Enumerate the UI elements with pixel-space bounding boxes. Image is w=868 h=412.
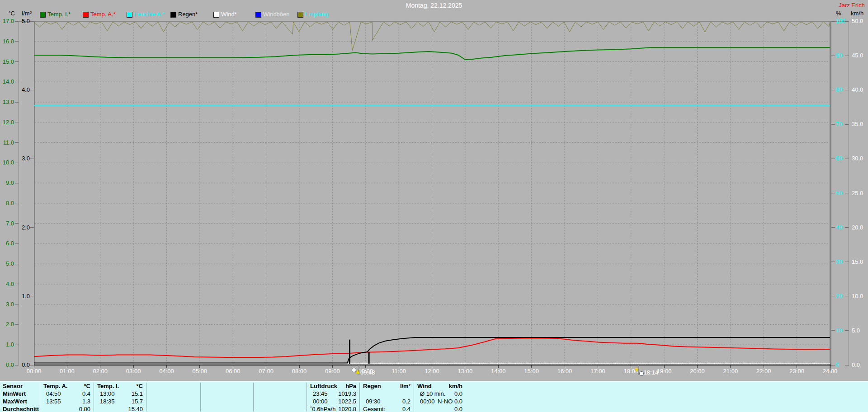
temp-axis-tick: [15, 243, 19, 244]
humidity-axis-tick: [831, 193, 835, 193]
humidity-axis-tick: [831, 90, 835, 90]
hour-label: 08:00: [288, 368, 310, 375]
wind-axis-label: 50.0: [852, 18, 863, 24]
rain-axis-label: 0.0: [17, 362, 30, 368]
hour-label: 24:00: [819, 368, 841, 375]
hour-label: 07:00: [255, 368, 277, 375]
humidity-axis-tick: [831, 159, 835, 159]
table-avg-value: 0.80: [40, 405, 90, 412]
marker-time-label: 09:48: [360, 369, 375, 376]
wind-axis-tick: [845, 124, 849, 125]
hour-label: 02:00: [90, 368, 111, 375]
temp-axis-label: 14.0: [0, 79, 14, 85]
table-sensor-unit: °C: [40, 382, 90, 390]
table-min-value: 0.4: [40, 390, 90, 398]
wind-axis-tick: [845, 330, 849, 331]
humidity-axis-label: 30: [836, 259, 842, 265]
wind-axis-tick: [845, 159, 849, 159]
temp-axis-tick: [15, 345, 19, 345]
wind-axis-tick: [845, 90, 849, 90]
temp-axis-tick: [15, 142, 19, 143]
wind-axis-tick: [845, 365, 849, 365]
temp-axis-label: 16.0: [0, 38, 14, 45]
temp-axis-label: 12.0: [0, 119, 14, 126]
table-min-value: 0.0: [414, 390, 462, 398]
table-avg-value: 15.40: [94, 405, 143, 412]
wind-axis-tick: [845, 296, 849, 296]
temp-axis-label: 2.0: [0, 321, 14, 328]
summary-table: SensorMinWertMaxWertDurchschnittTemp. A.…: [0, 381, 868, 412]
humidity-axis-tick: [831, 56, 835, 56]
rain-axis-tick: [30, 21, 34, 22]
wind-axis-label: 10.0: [852, 293, 863, 300]
humidity-axis-tick: [831, 365, 835, 365]
temp-axis-label: 7.0: [0, 220, 14, 227]
chart-plot-area[interactable]: [0, 0, 868, 412]
table-sensor-unit: °C: [94, 382, 143, 390]
humidity-axis-label: 40: [836, 225, 842, 231]
table-sensor-unit: l/m²: [359, 382, 410, 390]
table-min-value: 1019.3: [307, 390, 356, 398]
wind-axis-label: 20.0: [852, 225, 863, 231]
rain-axis-tick: [30, 227, 34, 228]
hour-label: 17:00: [587, 368, 609, 375]
hour-label: 22:00: [753, 368, 774, 375]
sunset-arrow-icon: [635, 368, 638, 372]
hour-label: 11:00: [388, 368, 410, 375]
humidity-axis-label: 50: [836, 190, 842, 197]
hour-label: 13:00: [454, 368, 476, 375]
wind-axis-label: 35.0: [852, 121, 863, 127]
table-max-value: 0.2: [359, 398, 410, 405]
wind-axis-label: 25.0: [852, 190, 863, 197]
hour-label: 06:00: [222, 368, 244, 375]
temp-axis-label: 0.0: [0, 362, 14, 368]
rain-axis-label: 5.0: [17, 18, 30, 24]
rain-axis-label: 1.0: [17, 293, 30, 300]
temp-axis-label: 15.0: [0, 59, 14, 65]
temp-axis-label: 8.0: [0, 200, 14, 206]
temp-axis-label: 17.0: [0, 18, 14, 24]
temp-axis-tick: [15, 304, 19, 304]
temp-axis-label: 10.0: [0, 159, 14, 166]
hour-label: 03:00: [123, 368, 144, 375]
hour-label: 05:00: [189, 368, 211, 375]
hour-label: 14:00: [487, 368, 509, 375]
wind-axis-label: 30.0: [852, 155, 863, 162]
wind-axis-tick: [845, 193, 849, 193]
rain-axis-label: 3.0: [17, 155, 30, 162]
rain-axis-label: 2.0: [17, 225, 30, 231]
table-avg-value: 0.0: [414, 405, 462, 412]
hour-label: 09:00: [321, 368, 343, 375]
table-max-value: 1.3: [40, 398, 90, 405]
table-column-separator: [200, 383, 201, 412]
wind-axis-tick: [845, 21, 849, 22]
temp-axis-label: 9.0: [0, 180, 14, 186]
table-sensor-unit: hPa: [307, 382, 356, 390]
wind-axis-tick: [845, 56, 849, 56]
temp-axis-tick: [15, 82, 19, 82]
humidity-axis-label: 70: [836, 121, 842, 127]
temp-axis-tick: [15, 122, 19, 122]
humidity-axis-tick: [831, 262, 835, 262]
moon-icon: [639, 371, 644, 376]
rain-axis-tick: [30, 296, 34, 296]
temp-axis-tick: [15, 324, 19, 325]
temp-axis-tick: [15, 264, 19, 264]
humidity-axis-tick: [831, 296, 835, 296]
temp-axis-tick: [15, 41, 19, 42]
temp-axis-tick: [15, 284, 19, 284]
humidity-axis-tick: [831, 21, 835, 22]
wind-axis-tick: [845, 227, 849, 228]
temp-axis-label: 13.0: [0, 99, 14, 105]
temp-axis-tick: [15, 183, 19, 183]
humidity-axis-label: 90: [836, 52, 842, 59]
table-avg-value: 1020.8: [307, 405, 356, 412]
table-max-value: 15.7: [94, 398, 143, 405]
wind-axis-label: 40.0: [852, 87, 863, 93]
humidity-axis-label: 100: [836, 18, 846, 24]
table-max-value: N-NO 0.0: [414, 398, 462, 405]
humidity-axis-label: 80: [836, 87, 842, 93]
wind-axis-label: 5.0: [852, 328, 860, 334]
wind-axis-label: 45.0: [852, 52, 863, 59]
humidity-axis-tick: [831, 330, 835, 331]
